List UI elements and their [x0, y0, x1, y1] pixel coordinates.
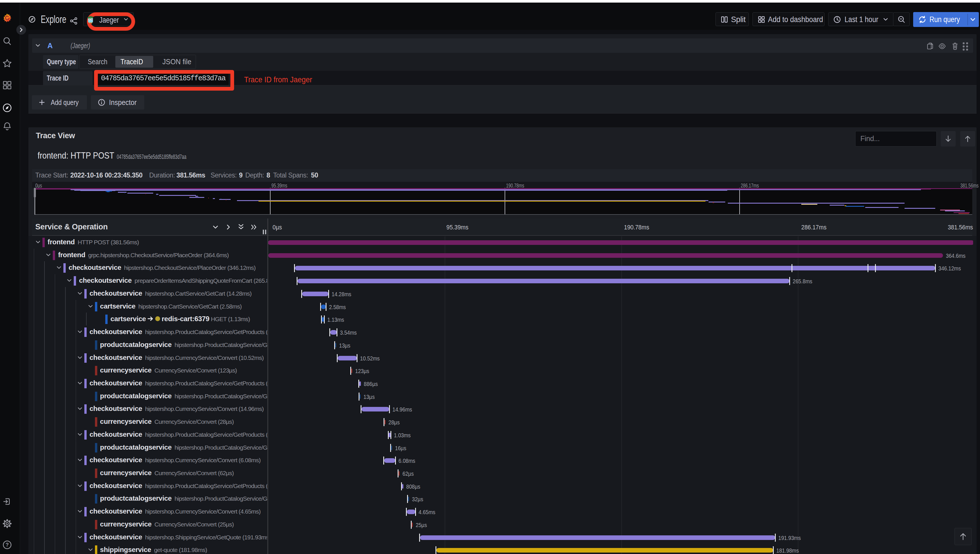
svg-text:?: ? [6, 542, 9, 548]
